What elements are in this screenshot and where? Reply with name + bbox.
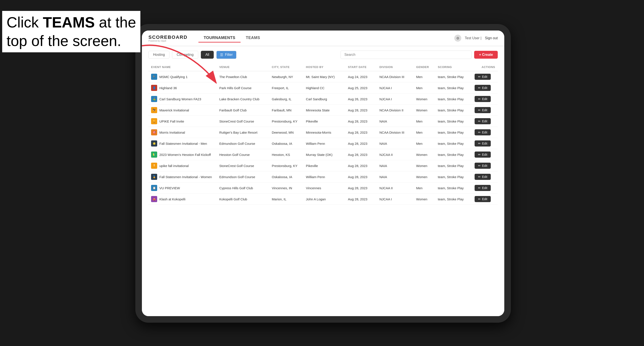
cell-hosted: Minnesota State xyxy=(303,105,345,116)
edit-button[interactable]: ✏ Edit xyxy=(474,140,491,147)
edit-button[interactable]: ✏ Edit xyxy=(474,163,491,169)
all-filter-button[interactable]: All xyxy=(201,51,214,59)
cell-scoring: team, Stroke Play xyxy=(435,182,472,194)
cell-hosted: William Penn xyxy=(303,171,345,182)
cell-gender: Women xyxy=(414,105,435,116)
edit-label: Edit xyxy=(482,108,487,112)
table-row: 🏌 MSMC Qualifying 1 The Powelton Club Ne… xyxy=(148,71,498,82)
edit-label: Edit xyxy=(482,131,487,134)
cell-city: Oskaloosa, IA xyxy=(269,138,303,149)
event-name: Morris Invitational xyxy=(159,131,185,134)
table-row: 🦅 Maverick Invitational Faribault Golf C… xyxy=(148,105,498,116)
team-logo: 👤 xyxy=(151,85,157,91)
edit-button[interactable]: ✏ Edit xyxy=(474,96,491,102)
team-logo: 🌟 xyxy=(151,140,157,147)
cell-city: Marion, IL xyxy=(269,194,303,205)
event-name: MSMC Qualifying 1 xyxy=(159,75,188,79)
cell-date: Aug 25, 2023 xyxy=(345,82,377,94)
edit-label: Edit xyxy=(482,197,487,201)
edit-button[interactable]: ✏ Edit xyxy=(474,107,491,113)
edit-button[interactable]: ✏ Edit xyxy=(474,85,491,91)
cell-gender: Women xyxy=(414,171,435,182)
cell-date: Aug 28, 2023 xyxy=(345,138,377,149)
col-header-division: DIVISION xyxy=(377,63,414,71)
cell-city: Vincennes, IN xyxy=(269,182,303,194)
cell-date: Aug 26, 2023 xyxy=(345,94,377,105)
edit-icon: ✏ xyxy=(478,142,481,145)
cell-scoring: team, Stroke Play xyxy=(435,127,472,138)
edit-button[interactable]: ✏ Edit xyxy=(474,152,491,158)
competing-filter-button[interactable]: Competing xyxy=(172,51,198,59)
cell-division: NAIA xyxy=(377,138,414,149)
edit-button[interactable]: ✏ Edit xyxy=(474,174,491,180)
tab-teams[interactable]: TEAMS xyxy=(240,34,266,42)
table-header-row: EVENT NAME VENUE CITY, STATE HOSTED BY S… xyxy=(148,63,498,71)
cell-date: Aug 28, 2023 xyxy=(345,171,377,182)
nav-right: ⚙ Test User | Sign out xyxy=(454,35,498,42)
cell-division: NAIA xyxy=(377,160,414,171)
event-name: Highland 36 xyxy=(159,86,177,90)
team-logo: 📋 xyxy=(151,185,157,191)
cell-date: Aug 28, 2023 xyxy=(345,149,377,160)
cell-event: 🏆 UPIKE Fall Invite xyxy=(148,116,217,127)
create-button[interactable]: + Create xyxy=(474,51,498,59)
edit-button[interactable]: ✏ Edit xyxy=(474,74,491,80)
event-name: Klash at Kokopelli xyxy=(159,197,185,201)
event-name: VU PREVIEW xyxy=(159,186,180,190)
edit-icon: ✏ xyxy=(478,131,481,134)
cell-date: Aug 28, 2023 xyxy=(345,194,377,205)
cell-hosted: Carl Sandburg xyxy=(303,94,345,105)
cell-event: 🎪 Klash at Kokopelli xyxy=(148,194,217,205)
cell-actions: ✏ Edit xyxy=(472,138,498,149)
user-label: Test User | xyxy=(465,36,481,40)
edit-button[interactable]: ✏ Edit xyxy=(474,129,491,135)
team-logo: 🏅 xyxy=(151,174,157,180)
cell-scoring: team, Stroke Play xyxy=(435,171,472,182)
cell-event: ⛳ Carl Sandburg Women FA23 xyxy=(148,94,217,105)
cell-event: 🔰 2023 Women's Hesston Fall Kickoff xyxy=(148,149,217,160)
instruction-part2: at the xyxy=(95,14,136,30)
hosting-filter-button[interactable]: Hosting xyxy=(148,51,170,59)
cell-hosted: Mt. Saint Mary (NY) xyxy=(303,71,345,82)
nav-tabs: TOURNAMENTS TEAMS xyxy=(198,34,266,42)
cell-city: Faribault, MN xyxy=(269,105,303,116)
cell-hosted: Minnesota-Morris xyxy=(303,127,345,138)
col-header-date: START DATE xyxy=(345,63,377,71)
cell-actions: ✏ Edit xyxy=(472,116,498,127)
cell-division: NJCAA I xyxy=(377,194,414,205)
cell-event: 🎖 upike fall invitational xyxy=(148,160,217,171)
edit-button[interactable]: ✏ Edit xyxy=(474,118,491,124)
cell-date: Aug 28, 2023 xyxy=(345,116,377,127)
search-input[interactable] xyxy=(340,51,472,59)
col-header-scoring: SCORING xyxy=(435,63,472,71)
instruction-part3: top of the screen. xyxy=(6,32,121,49)
team-logo: 🏆 xyxy=(151,118,157,124)
col-header-actions: ACTIONS xyxy=(472,63,498,71)
edit-button[interactable]: ✏ Edit xyxy=(474,196,491,202)
event-name: 2023 Women's Hesston Fall Kickoff xyxy=(159,153,211,157)
cell-venue: Edmundson Golf Course xyxy=(217,171,269,182)
signout-link[interactable]: Sign out xyxy=(485,36,498,40)
event-name: UPIKE Fall Invite xyxy=(159,120,184,123)
tab-tournaments[interactable]: TOURNAMENTS xyxy=(198,34,240,42)
cell-city: Galesburg, IL xyxy=(269,94,303,105)
table-row: 🏆 UPIKE Fall Invite StoneCrest Golf Cour… xyxy=(148,116,498,127)
cell-city: Newburgh, NY xyxy=(269,71,303,82)
cell-division: NCAA Division II xyxy=(377,105,414,116)
edit-label: Edit xyxy=(482,120,487,123)
navbar: SCOREBOARD Powered by clippit TOURNAMENT… xyxy=(142,30,504,46)
cell-venue: Park Hills Golf Course xyxy=(217,82,269,94)
cell-scoring: team, Stroke Play xyxy=(435,160,472,171)
tournaments-table: EVENT NAME VENUE CITY, STATE HOSTED BY S… xyxy=(148,63,498,205)
edit-button[interactable]: ✏ Edit xyxy=(474,185,491,191)
filter-row: Hosting Competing All ☰ Filter + Create xyxy=(148,51,498,59)
edit-icon: ✏ xyxy=(478,153,481,156)
cell-division: NAIA xyxy=(377,116,414,127)
cell-actions: ✏ Edit xyxy=(472,149,498,160)
cell-gender: Women xyxy=(414,160,435,171)
cell-scoring: team, Stroke Play xyxy=(435,94,472,105)
table-row: 🏅 Fall Statesmen Invitational - Women Ed… xyxy=(148,171,498,182)
filter-button[interactable]: ☰ Filter xyxy=(216,51,236,59)
cell-actions: ✏ Edit xyxy=(472,105,498,116)
cell-date: Aug 28, 2023 xyxy=(345,127,377,138)
